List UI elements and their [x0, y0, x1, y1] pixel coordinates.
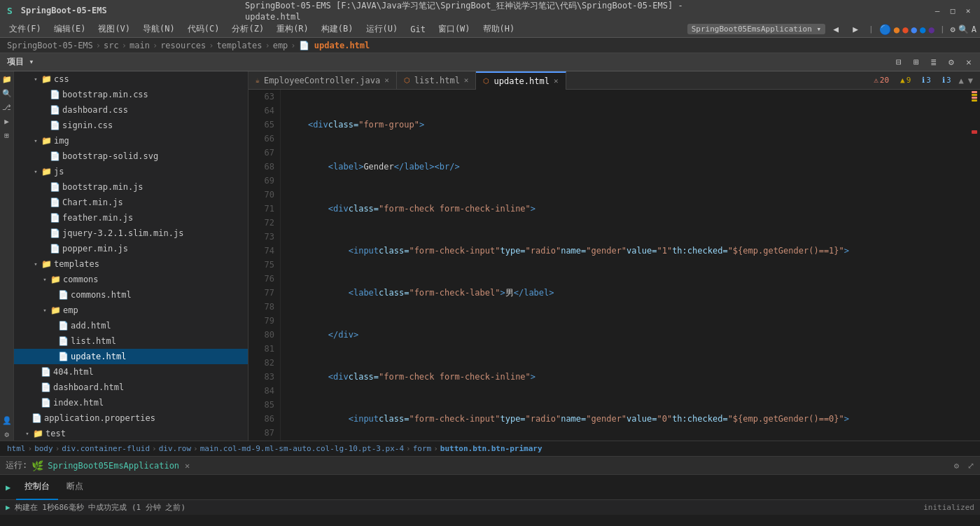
- account-icon[interactable]: 👤: [1, 414, 13, 427]
- close-btn[interactable]: ✕: [963, 6, 973, 15]
- tree-bootstrap-css[interactable]: 📄 bootstrap.min.css: [14, 87, 248, 102]
- run-app-name[interactable]: SpringBoot05EmsApplication: [48, 461, 179, 471]
- scroll-up-btn[interactable]: ▲: [959, 76, 964, 85]
- tab-employee-close[interactable]: ✕: [384, 76, 389, 85]
- menu-refactor[interactable]: 重构(R): [271, 22, 314, 36]
- tree-index-html[interactable]: 📄 index.html: [14, 395, 248, 410]
- tree-signin-css[interactable]: 📄 signin.css: [14, 118, 248, 133]
- run-expand-icon[interactable]: ⤢: [967, 461, 974, 471]
- menu-help[interactable]: 帮助(H): [477, 22, 521, 36]
- tree-emp-folder[interactable]: ▾ 📁 emp: [14, 303, 248, 318]
- path-html[interactable]: html: [7, 444, 26, 453]
- tree-app-props[interactable]: 📄 application.properties: [14, 410, 248, 426]
- browser-icon-5[interactable]: ●: [920, 24, 925, 35]
- menu-analyze[interactable]: 分析(Z): [226, 22, 270, 36]
- tree-commons-html[interactable]: 📄 commons.html: [14, 287, 248, 303]
- tree-js-folder[interactable]: ▾ 📁 js: [14, 164, 248, 179]
- files-icon[interactable]: 📁: [1, 73, 13, 85]
- expand-all-btn[interactable]: ⊞: [909, 55, 924, 69]
- tab-list-close[interactable]: ✕: [464, 76, 469, 85]
- project-label-btn[interactable]: 项目 ▾: [4, 55, 37, 69]
- menu-code[interactable]: 代码(C): [182, 22, 225, 36]
- tree-commons-folder[interactable]: ▾ 📁 commons: [14, 272, 248, 287]
- breadcrumb-main[interactable]: main: [130, 41, 150, 50]
- settings-activity-icon[interactable]: ⚙: [1, 428, 13, 441]
- path-div-row[interactable]: div.row: [159, 444, 191, 453]
- path-div-container[interactable]: div.container-fluid: [62, 444, 150, 453]
- window-controls[interactable]: — □ ✕: [932, 6, 973, 15]
- css-folder-arrow[interactable]: ▾: [31, 76, 41, 83]
- tree-dashboard-css[interactable]: 📄 dashboard.css: [14, 102, 248, 118]
- forward-btn[interactable]: ▶: [848, 22, 863, 37]
- tree-jquery-js[interactable]: 📄 jquery-3.2.1.slim.min.js: [14, 226, 248, 241]
- translate-icon[interactable]: A: [972, 25, 976, 34]
- menu-view[interactable]: 视图(V): [92, 22, 136, 36]
- tab-update-html[interactable]: ⬡ update.html ✕: [476, 71, 566, 90]
- menu-run[interactable]: 运行(U): [360, 22, 404, 36]
- code-content[interactable]: <div class="form-group"> <label>Gender</…: [281, 90, 970, 441]
- run-activity-icon[interactable]: ▶: [1, 115, 13, 127]
- tab-list-html[interactable]: ⬡ list.html ✕: [397, 71, 477, 90]
- tab-breakpoints[interactable]: 断点: [58, 475, 92, 500]
- breadcrumb-templates[interactable]: templates: [216, 41, 262, 50]
- tab-employee-controller[interactable]: ☕ EmployeeController.java ✕: [248, 71, 397, 90]
- tree-img-folder[interactable]: ▾ 📁 img: [14, 133, 248, 148]
- search-icon[interactable]: 🔍: [958, 25, 969, 34]
- path-form[interactable]: form: [413, 444, 432, 453]
- browser-icon-2[interactable]: ●: [894, 24, 899, 35]
- breadcrumb-resources[interactable]: resources: [160, 41, 206, 50]
- tree-chart-js[interactable]: 📄 Chart.min.js: [14, 195, 248, 210]
- search-activity-icon[interactable]: 🔍: [1, 87, 13, 99]
- tree-update-html[interactable]: 📄 update.html: [14, 349, 248, 364]
- breadcrumb-file[interactable]: 📄 update.html: [299, 41, 370, 50]
- extensions-icon[interactable]: ⊞: [1, 129, 13, 141]
- browser-icon-1[interactable]: 🔵: [879, 24, 891, 35]
- js-folder-arrow[interactable]: ▾: [31, 168, 41, 175]
- tree-bootstrap-svg[interactable]: 📄 bootstrap-solid.svg: [14, 148, 248, 164]
- path-button[interactable]: button.btn.btn-primary: [440, 444, 542, 453]
- breadcrumb-src[interactable]: src: [104, 41, 119, 50]
- breadcrumb-emp[interactable]: emp: [273, 41, 288, 50]
- scroll-down-btn[interactable]: ▼: [968, 76, 973, 85]
- git-activity-icon[interactable]: ⎇: [1, 101, 13, 113]
- path-main[interactable]: main.col-md-9.ml-sm-auto.col-lg-10.pt-3.…: [200, 444, 404, 453]
- tree-bootstrap-js[interactable]: 📄 bootstrap.min.js: [14, 179, 248, 195]
- templates-folder-arrow[interactable]: ▾: [31, 261, 41, 268]
- menu-edit[interactable]: 编辑(E): [48, 22, 92, 36]
- tree-add-html[interactable]: 📄 add.html: [14, 318, 248, 333]
- tree-popper-js[interactable]: 📄 popper.min.js: [14, 241, 248, 256]
- menu-file[interactable]: 文件(F): [4, 22, 47, 36]
- browser-icon-6[interactable]: ●: [928, 24, 934, 35]
- close-tree-btn[interactable]: ✕: [961, 55, 976, 69]
- tree-404-html[interactable]: 📄 404.html: [14, 364, 248, 380]
- tree-test-folder[interactable]: ▾ 📁 test: [14, 426, 248, 441]
- collapse-all-btn[interactable]: ⊟: [891, 55, 906, 69]
- test-folder-arrow[interactable]: ▾: [22, 430, 32, 437]
- browser-icon-3[interactable]: ●: [902, 24, 908, 35]
- maximize-btn[interactable]: □: [948, 6, 958, 15]
- menu-navigate[interactable]: 导航(N): [137, 22, 181, 36]
- run-app-close[interactable]: ✕: [185, 461, 190, 471]
- browser-icon-4[interactable]: ●: [911, 24, 917, 35]
- minimize-btn[interactable]: —: [932, 6, 942, 15]
- settings-icon[interactable]: ⚙: [951, 25, 955, 34]
- sort-btn[interactable]: ≣: [926, 55, 941, 69]
- run-config-btn[interactable]: SpringBoot05EmsApplication ▾: [687, 24, 825, 34]
- tree-feather-js[interactable]: 📄 feather.min.js: [14, 210, 248, 226]
- path-body[interactable]: body: [34, 444, 53, 453]
- tab-console[interactable]: 控制台: [16, 475, 58, 500]
- commons-folder-arrow[interactable]: ▾: [40, 276, 50, 283]
- run-settings-icon[interactable]: ⚙: [954, 461, 959, 471]
- menu-build[interactable]: 构建(B): [316, 22, 359, 36]
- tree-list-html[interactable]: 📄 list.html: [14, 333, 248, 349]
- tree-dashboard-html[interactable]: 📄 dashboard.html: [14, 380, 248, 395]
- menu-window[interactable]: 窗口(W): [433, 22, 476, 36]
- img-folder-arrow[interactable]: ▾: [31, 137, 41, 144]
- back-btn[interactable]: ◀: [828, 22, 844, 37]
- tab-update-close[interactable]: ✕: [554, 76, 559, 85]
- tree-templates-folder[interactable]: ▾ 📁 templates: [14, 256, 248, 272]
- menu-git[interactable]: Git: [405, 23, 431, 36]
- emp-folder-arrow[interactable]: ▾: [40, 307, 50, 314]
- tree-css-folder[interactable]: ▾ 📁 css: [14, 71, 248, 87]
- breadcrumb-app[interactable]: SpringBoot-05-EMS: [7, 41, 93, 50]
